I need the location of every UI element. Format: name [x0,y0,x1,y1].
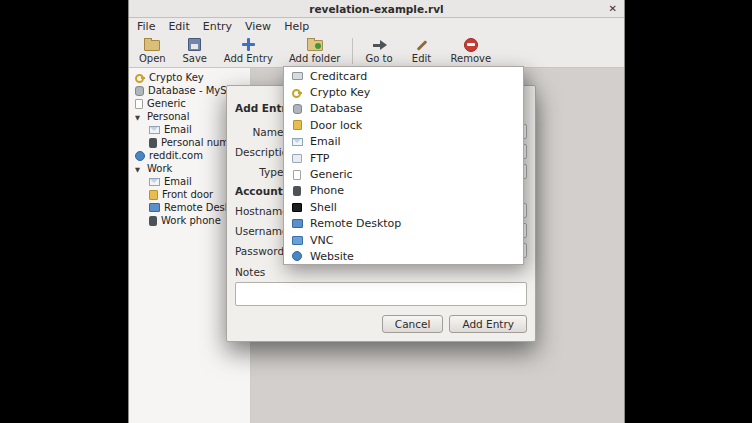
vnc-icon [292,236,303,245]
cancel-button[interactable]: Cancel [382,315,444,333]
type-option-remote-desktop[interactable]: Remote Desktop [284,216,523,232]
remove-button[interactable]: Remove [447,36,496,65]
goto-button[interactable]: Go to [361,36,396,65]
menu-item-entry[interactable]: Entry [203,20,232,33]
type-option-generic[interactable]: Generic [284,166,523,182]
type-option-ftp[interactable]: FTP [284,150,523,166]
toolbar-separator [352,38,353,64]
door-lock-icon [293,120,302,130]
edit-icon [415,38,429,52]
menu-bar: File Edit Entry View Help [129,18,624,34]
type-option-shell[interactable]: Shell [284,199,523,215]
edit-button[interactable]: Edit [405,36,439,65]
toolbar: Open Save Add Entry Add folder Go to E [129,34,624,68]
expander-icon[interactable] [135,111,143,122]
add-entry-button[interactable]: Add Entry [220,36,277,65]
window-title: revelation-example.rvl [309,3,443,15]
shell-icon [292,203,302,212]
website-icon [135,151,145,161]
type-option-door-lock[interactable]: Door lock [284,117,523,133]
remote-desktop-icon [292,219,303,228]
email-icon [149,178,160,186]
open-icon [144,40,160,51]
title-bar[interactable]: revelation-example.rvl ✕ [129,0,624,18]
add-entry-submit-button[interactable]: Add Entry [449,315,527,333]
menu-item-file[interactable]: File [137,20,155,33]
type-option-creditcard[interactable]: Creditcard [284,68,523,84]
type-option-website[interactable]: Website [284,248,523,264]
type-option-crypto-key[interactable]: Crypto Key [284,84,523,100]
notes-input[interactable] [235,282,527,306]
add-folder-button[interactable]: Add folder [285,36,345,65]
creditcard-icon [292,72,303,80]
notes-label: Notes [235,266,527,278]
save-button[interactable]: Save [178,36,212,65]
key-icon [292,88,302,98]
key-icon [135,73,145,83]
generic-icon [135,99,143,109]
email-icon [292,138,303,146]
open-button[interactable]: Open [135,36,170,65]
door-lock-icon [149,190,158,200]
type-option-vnc[interactable]: VNC [284,232,523,248]
database-icon [135,86,144,96]
website-icon [292,251,302,261]
expander-icon[interactable] [135,163,143,174]
tree-item-crypto-key[interactable]: Crypto Key [129,71,250,84]
ftp-icon [292,154,302,163]
menu-item-edit[interactable]: Edit [168,20,189,33]
menu-item-view[interactable]: View [245,20,271,33]
type-option-phone[interactable]: Phone [284,183,523,199]
type-dropdown-menu: Creditcard Crypto Key Database Door lock… [283,66,524,265]
remove-icon [464,38,478,52]
phone-icon [149,216,157,226]
phone-icon [293,186,301,196]
menu-item-help[interactable]: Help [284,20,309,33]
add-folder-icon [307,40,323,51]
remote-desktop-icon [149,203,160,212]
generic-icon [293,170,301,180]
add-entry-icon [241,37,256,52]
desktop-background: revelation-example.rvl ✕ File Edit Entry… [0,0,752,423]
goto-icon [372,38,387,52]
database-icon [293,104,302,114]
phone-icon [149,138,157,148]
email-icon [149,126,160,134]
save-icon [188,38,201,51]
type-option-database[interactable]: Database [284,101,523,117]
type-option-email[interactable]: Email [284,134,523,150]
close-icon[interactable]: ✕ [609,3,617,15]
